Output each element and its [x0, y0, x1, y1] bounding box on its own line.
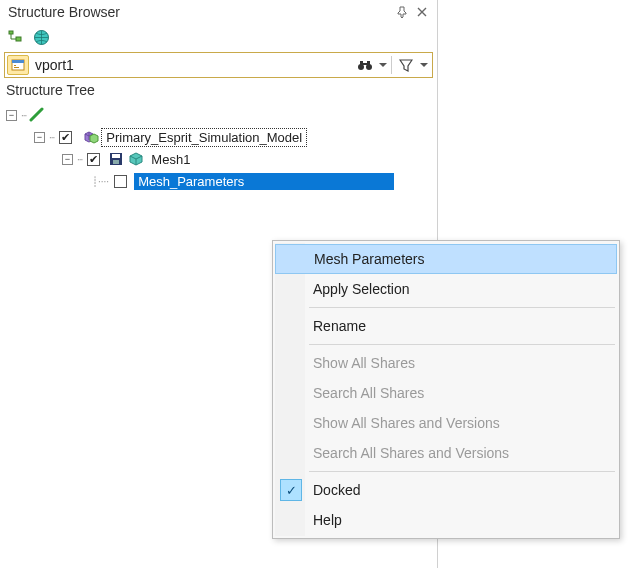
- root-icon: [28, 107, 46, 123]
- binoculars-icon[interactable]: [353, 55, 377, 75]
- viewport-bar: vport1: [4, 52, 433, 78]
- menu-item-label: Search All Shares and Versions: [313, 445, 509, 461]
- tree-connector: ···: [19, 110, 28, 121]
- expander-icon[interactable]: −: [62, 154, 73, 165]
- svg-rect-5: [14, 65, 16, 66]
- menu-item-help[interactable]: Help: [275, 505, 617, 535]
- expander-icon[interactable]: −: [6, 110, 17, 121]
- expander-icon[interactable]: −: [34, 132, 45, 143]
- panel-header: Structure Browser: [0, 0, 437, 24]
- menu-item-show-all-shares: Show All Shares: [275, 348, 617, 378]
- checkbox[interactable]: [114, 175, 127, 188]
- mesh-icon: [127, 151, 145, 167]
- filter-icon[interactable]: [394, 55, 418, 75]
- svg-rect-9: [360, 61, 363, 65]
- menu-item-label: Help: [313, 512, 342, 528]
- menu-item-mesh-parameters[interactable]: Mesh Parameters: [275, 244, 617, 274]
- svg-rect-10: [367, 61, 370, 65]
- menu-separator: [309, 471, 615, 472]
- menu-item-label: Show All Shares and Versions: [313, 415, 500, 431]
- separator: [391, 56, 392, 74]
- viewport-icon[interactable]: [7, 55, 29, 75]
- svg-rect-14: [113, 160, 119, 164]
- tree-node-label[interactable]: Mesh_Parameters: [134, 173, 394, 190]
- menu-item-label: Mesh Parameters: [314, 251, 424, 267]
- filter-dropdown-icon[interactable]: [418, 55, 430, 75]
- tree-connector: ···: [75, 154, 84, 165]
- binoculars-dropdown-icon[interactable]: [377, 55, 389, 75]
- menu-item-label: Apply Selection: [313, 281, 410, 297]
- close-icon[interactable]: [413, 3, 431, 21]
- section-label: Structure Tree: [0, 80, 437, 100]
- tree-presets-button[interactable]: [4, 26, 26, 48]
- menu-item-search-all-shares: Search All Shares: [275, 378, 617, 408]
- menu-item-apply-selection[interactable]: Apply Selection: [275, 274, 617, 304]
- viewport-name[interactable]: vport1: [33, 57, 353, 73]
- toolbar: [0, 24, 437, 52]
- menu-item-show-all-shares-versions: Show All Shares and Versions: [275, 408, 617, 438]
- model-icon: [81, 129, 99, 145]
- menu-item-label: Search All Shares: [313, 385, 424, 401]
- tree-row-mesh[interactable]: − ··· ✔ Mesh1: [4, 148, 433, 170]
- check-icon: ✓: [280, 479, 302, 501]
- svg-rect-11: [363, 63, 367, 65]
- tree-connector: ···: [47, 132, 56, 143]
- svg-rect-13: [112, 154, 120, 158]
- panel-title: Structure Browser: [8, 4, 391, 20]
- menu-item-search-all-shares-versions: Search All Shares and Versions: [275, 438, 617, 468]
- pin-icon[interactable]: [393, 3, 411, 21]
- tree-node-label[interactable]: Mesh1: [147, 151, 194, 168]
- tree-connector: ┊····: [90, 176, 111, 187]
- menu-separator: [309, 307, 615, 308]
- menu-item-label: Rename: [313, 318, 366, 334]
- checkbox[interactable]: ✔: [59, 131, 72, 144]
- svg-rect-1: [16, 37, 21, 41]
- menu-separator: [309, 344, 615, 345]
- checkbox[interactable]: ✔: [87, 153, 100, 166]
- tree-root-row[interactable]: − ···: [4, 104, 433, 126]
- tree-row-mesh-parameters[interactable]: ┊···· Mesh_Parameters: [4, 170, 433, 192]
- menu-item-rename[interactable]: Rename: [275, 311, 617, 341]
- structure-tree: − ··· − ··· ✔ Primary_Esprit_Simulation_…: [0, 100, 437, 196]
- svg-rect-0: [9, 31, 13, 34]
- menu-item-label: Docked: [313, 482, 360, 498]
- menu-item-label: Show All Shares: [313, 355, 415, 371]
- context-menu: Mesh Parameters Apply Selection Rename S…: [272, 240, 620, 539]
- svg-rect-4: [12, 60, 24, 63]
- tree-row-model[interactable]: − ··· ✔ Primary_Esprit_Simulation_Model: [4, 126, 433, 148]
- globe-button[interactable]: [30, 26, 52, 48]
- save-icon: [107, 151, 125, 167]
- svg-rect-6: [14, 67, 19, 68]
- menu-item-docked[interactable]: ✓ Docked: [275, 475, 617, 505]
- tree-node-label[interactable]: Primary_Esprit_Simulation_Model: [101, 128, 307, 147]
